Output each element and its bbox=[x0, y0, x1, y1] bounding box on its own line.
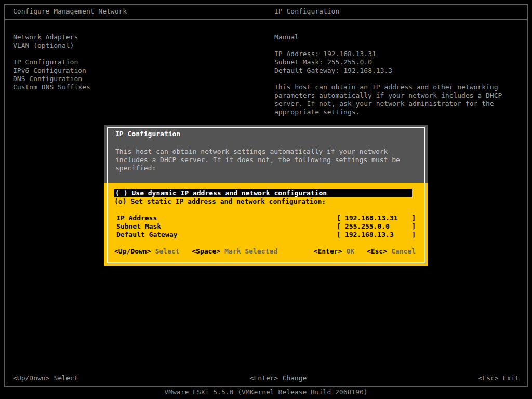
subnet-mask-label: Subnet Mask: bbox=[274, 58, 323, 66]
info-spacer bbox=[274, 42, 527, 50]
dialog-message: This host can obtain network settings au… bbox=[115, 148, 400, 172]
space-action: Mark Selected bbox=[224, 247, 277, 255]
dialog-title: IP Configuration bbox=[115, 130, 180, 138]
dialog-message-line: includes a DHCP server. If it does not, … bbox=[115, 156, 400, 164]
open-bracket: [ bbox=[337, 222, 341, 231]
info-row-subnet-mask: Subnet Mask:255.255.0.0 bbox=[274, 58, 527, 66]
radio-selected-icon: (o) bbox=[114, 197, 126, 205]
section-title: IP Configuration bbox=[274, 7, 339, 16]
esc-key: <Esc> bbox=[478, 374, 499, 382]
option-dynamic-ip[interactable]: ( )Use dynamic IP address and network co… bbox=[114, 189, 412, 197]
dialog-body: ( )Use dynamic IP address and network co… bbox=[114, 189, 416, 256]
default-gateway-input-value: 192.168.13.3 bbox=[345, 231, 411, 239]
default-gateway-label: Default Gateway: bbox=[274, 66, 339, 74]
close-bracket: ] bbox=[411, 222, 416, 231]
menu-spacer bbox=[13, 50, 90, 58]
option-static-ip-label: Set static IP address and network config… bbox=[130, 197, 326, 205]
status-bar: <Up/Down>Select <Enter>Change <Esc>Exit bbox=[13, 374, 519, 382]
statusbar-enter-hint: <Enter>Change bbox=[250, 374, 307, 382]
ip-address-field-label: IP Address bbox=[114, 214, 337, 222]
subnet-mask-input[interactable]: [255.255.0.0] bbox=[337, 222, 416, 231]
updown-key: <Up/Down> bbox=[13, 374, 49, 382]
ip-address-value: 192.168.13.31 bbox=[323, 50, 376, 58]
info-description-line: appropriate settings. bbox=[274, 108, 527, 116]
radio-unselected-icon: ( ) bbox=[115, 189, 127, 197]
info-spacer bbox=[274, 75, 527, 83]
esc-key: <Esc> bbox=[367, 247, 387, 255]
option-static-ip[interactable]: (o)Set static IP address and network con… bbox=[114, 197, 416, 206]
enter-key: <Enter> bbox=[314, 247, 342, 255]
enter-action: OK bbox=[346, 247, 354, 255]
ip-address-input[interactable]: [192.168.13.31] bbox=[337, 214, 416, 222]
field-row-default-gateway: Default Gateway [192.168.13.3] bbox=[114, 231, 416, 239]
option-dynamic-ip-label: Use dynamic IP address and network confi… bbox=[131, 189, 327, 197]
subnet-mask-value: 255.255.0.0 bbox=[327, 58, 372, 66]
dialog-hints: <Up/Down>Select <Space>Mark Selected <En… bbox=[114, 247, 416, 256]
info-description-line: parameters automatically if your network… bbox=[274, 91, 527, 100]
info-row-default-gateway: Default Gateway:192.168.13.3 bbox=[274, 66, 527, 75]
subnet-mask-input-value: 255.255.0.0 bbox=[345, 222, 411, 231]
info-description-line: This host can obtain an IP address and o… bbox=[274, 83, 527, 91]
default-gateway-value: 192.168.13.3 bbox=[343, 66, 392, 74]
ip-mode-value: Manual bbox=[274, 33, 527, 42]
statusbar-updown-hint: <Up/Down>Select bbox=[13, 374, 78, 382]
dialog-hints-right: <Enter>OK <Esc>Cancel bbox=[314, 247, 416, 256]
open-bracket: [ bbox=[337, 231, 341, 239]
menu-item-custom-dns-suffixes[interactable]: Custom DNS Suffixes bbox=[13, 83, 90, 91]
enter-action: Change bbox=[282, 374, 307, 382]
menu-item-dns-configuration[interactable]: DNS Configuration bbox=[13, 75, 90, 83]
esc-action: Cancel bbox=[391, 247, 416, 255]
esxi-version-text: VMware ESXi 5.5.0 (VMKernel Release Buil… bbox=[0, 388, 532, 396]
enter-key: <Enter> bbox=[250, 374, 278, 382]
page-title: Configure Management Network bbox=[13, 7, 127, 16]
updown-action: Select bbox=[155, 247, 179, 255]
open-bracket: [ bbox=[337, 214, 341, 222]
default-gateway-field-label: Default Gateway bbox=[114, 231, 337, 239]
ip-configuration-dialog: IP Configuration This host can obtain ne… bbox=[104, 125, 428, 266]
info-row-ip-address: IP Address:192.168.13.31 bbox=[274, 50, 527, 58]
dialog-hints-left: <Up/Down>Select <Space>Mark Selected bbox=[114, 247, 277, 256]
menu-item-ipv6-configuration[interactable]: IPv6 Configuration bbox=[13, 66, 90, 75]
menu-item-ip-configuration[interactable]: IP Configuration bbox=[13, 58, 90, 66]
updown-key: <Up/Down> bbox=[114, 247, 151, 255]
statusbar-esc-hint: <Esc>Exit bbox=[478, 374, 519, 382]
close-bracket: ] bbox=[411, 214, 416, 222]
ip-address-input-value: 192.168.13.31 bbox=[345, 214, 411, 222]
ip-info-panel: Manual IP Address:192.168.13.31 Subnet M… bbox=[274, 33, 527, 116]
default-gateway-input[interactable]: [192.168.13.3] bbox=[337, 231, 416, 239]
updown-action: Select bbox=[54, 374, 78, 382]
ip-address-label: IP Address: bbox=[274, 50, 319, 58]
dialog-message-line: specified: bbox=[115, 164, 400, 172]
subnet-mask-field-label: Subnet Mask bbox=[114, 222, 337, 231]
field-row-subnet-mask: Subnet Mask [255.255.0.0] bbox=[114, 222, 416, 231]
enter-ok-hint: <Enter>OK bbox=[314, 247, 354, 255]
menu-item-vlan[interactable]: VLAN (optional) bbox=[13, 42, 90, 50]
updown-select-hint: <Up/Down>Select bbox=[114, 247, 179, 255]
dialog-message-line: This host can obtain network settings au… bbox=[115, 148, 400, 156]
info-description-line: server. If not, ask your network adminis… bbox=[274, 100, 527, 108]
dialog-spacer bbox=[114, 206, 416, 214]
field-row-ip-address: IP Address [192.168.13.31] bbox=[114, 214, 416, 222]
menu-item-network-adapters[interactable]: Network Adapters bbox=[13, 33, 90, 42]
esc-cancel-hint: <Esc>Cancel bbox=[367, 247, 416, 255]
config-menu: Network Adapters VLAN (optional) IP Conf… bbox=[13, 33, 90, 91]
close-bracket: ] bbox=[411, 231, 416, 239]
space-mark-hint: <Space>Mark Selected bbox=[192, 247, 277, 255]
esc-action: Exit bbox=[503, 374, 519, 382]
header-divider bbox=[5, 19, 527, 20]
space-key: <Space> bbox=[192, 247, 220, 255]
